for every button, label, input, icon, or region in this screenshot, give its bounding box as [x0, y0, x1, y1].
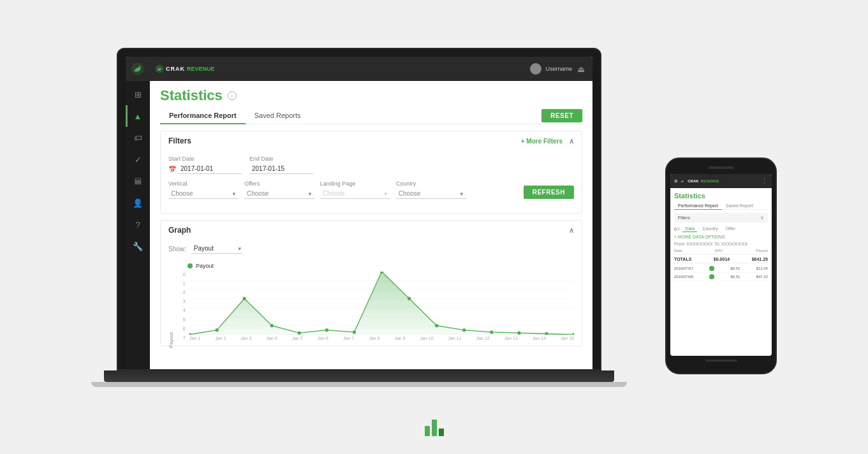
country-group: Country Choose ▼ [396, 180, 464, 199]
x-label-4: Jan 4 [267, 336, 277, 340]
x-label-12: Jan 12 [476, 336, 490, 340]
tab-saved-reports[interactable]: Saved Reports [246, 108, 310, 124]
phone-by-tab-data[interactable]: Data [682, 226, 697, 232]
phone-row2-payout: $47.10 [756, 275, 768, 279]
y-axis-label: Payout [168, 332, 174, 348]
svg-point-19 [408, 297, 411, 300]
question-icon: ? [135, 220, 140, 230]
brand-logo [155, 64, 164, 73]
phone-row1-epc: $0.51 [730, 267, 740, 270]
page-header: Statistics i [160, 87, 582, 104]
phone-row1-payout: $11.04 [756, 267, 768, 270]
vertical-select[interactable]: Choose [168, 189, 239, 199]
laptop: ⊞ ▲ 🏷 ✓ 🏛 [91, 48, 627, 387]
info-icon[interactable]: i [228, 91, 237, 100]
tab-performance-report[interactable]: Performance Report [160, 108, 246, 124]
phone-filters-row[interactable]: Filters ∨ [674, 213, 768, 223]
y-label-4: 4 [177, 307, 186, 313]
sidebar-item-conversions[interactable]: ✓ [126, 149, 150, 170]
phone-totals-payout: $641.29 [752, 257, 768, 261]
phone-brand-revenue: REVENUE [701, 179, 719, 183]
phone-filters-label: Filters [678, 216, 690, 220]
filters-chevron-icon[interactable]: ∧ [569, 137, 574, 145]
country-select[interactable]: Choose [396, 189, 466, 199]
end-date-group: End Date [249, 156, 313, 174]
topbar: CRAKREVENUE Username ⏏ [150, 57, 592, 81]
end-date-input[interactable] [249, 164, 313, 174]
x-label-13: Jan 13 [504, 336, 518, 340]
phone-speaker [709, 166, 734, 169]
offers-select[interactable]: Choose [244, 189, 314, 199]
phone-more-options[interactable]: + MORE DATA OPTIONS [674, 235, 768, 239]
phone-col-payout: Payout [756, 249, 768, 253]
x-label-14: Jan 14 [533, 336, 546, 340]
sidebar-item-profile[interactable]: 👤 [126, 192, 150, 214]
phone-col-date: Date [674, 249, 682, 253]
phone-topbar-left: ≡ CRAKREVENUE [674, 178, 719, 184]
y-label-1: 1 [177, 281, 186, 286]
dropdown-filter-row: Vertical Choose ▼ [168, 180, 574, 199]
show-select[interactable]: Payout [191, 244, 242, 254]
phone-brand-logo [679, 178, 686, 184]
phone-by-tab-country[interactable]: Country [700, 226, 721, 232]
grid-icon: ⊞ [135, 90, 142, 99]
phone-row1-dot [709, 266, 714, 271]
brand-revenue: REVENUE [187, 66, 215, 72]
legend-dot [188, 263, 193, 268]
phone-content: Statistics Performance Report Saved Repo… [670, 188, 772, 356]
x-label-10: Jan 10 [420, 336, 434, 340]
svg-point-11 [189, 333, 191, 335]
phone-screen: ≡ CRAKREVENUE ⋮ Statistics Performance R… [670, 174, 772, 356]
graph-chevron-icon[interactable]: ∧ [569, 226, 574, 235]
sidebar-item-offers[interactable]: 🏷 [126, 127, 150, 149]
sidebar-item-payments[interactable]: 🏛 [126, 170, 150, 192]
phone-hamburger-icon[interactable]: ≡ [674, 178, 677, 184]
chart-svg [189, 272, 574, 335]
country-label: Country [396, 180, 464, 187]
svg-point-12 [215, 328, 218, 332]
refresh-button[interactable]: REFRESH [524, 186, 574, 199]
logout-icon[interactable]: ⏏ [577, 64, 585, 74]
sidebar-logo [126, 57, 150, 81]
offers-label: Offers [244, 180, 313, 187]
brand-area: CRAKREVENUE [155, 64, 215, 73]
graph-header: Graph ∧ [161, 221, 582, 240]
y-label-5: 5 [177, 317, 186, 323]
phone-tab-performance[interactable]: Performance Report [674, 202, 722, 210]
phone-totals-label: TOTALS [674, 257, 691, 261]
phone-dots-icon[interactable]: ⋮ [761, 177, 768, 186]
phone-by-tab-offer[interactable]: Offer [723, 226, 738, 232]
graph-section: Graph ∧ Show: Payout [160, 220, 582, 346]
phone-brand-crak: CRAK [688, 179, 698, 183]
x-label-2: Jan 2 [215, 336, 226, 340]
svg-point-1 [139, 66, 141, 68]
phone-table-totals: TOTALS $0.0014 $641.29 [674, 256, 768, 263]
phone-table-row-2: 2016/07/08 $0.51 $47.10 [674, 273, 768, 281]
landing-page-select[interactable]: Choose [320, 189, 390, 199]
y-label-6: 6 [177, 326, 186, 332]
laptop-screen: ⊞ ▲ 🏷 ✓ 🏛 [126, 57, 592, 369]
svg-point-20 [435, 324, 438, 327]
app-layout: ⊞ ▲ 🏷 ✓ 🏛 [126, 57, 592, 369]
sidebar-item-help[interactable]: ? [126, 214, 150, 235]
start-date-label: Start Date [168, 156, 242, 162]
chart-legend: Payout [168, 263, 574, 269]
start-date-input[interactable] [178, 164, 242, 174]
x-label-3: Jan 3 [240, 336, 251, 340]
phone-tabs: Performance Report Saved Report [674, 202, 768, 210]
brand-crak: CRAK [166, 66, 185, 72]
sidebar-item-tools[interactable]: 🔧 [126, 235, 150, 257]
svg-point-25 [572, 333, 574, 335]
svg-point-17 [353, 330, 356, 333]
phone-by-row: BY Data Country Offer [674, 226, 768, 232]
tag-icon: 🏷 [134, 133, 142, 143]
end-date-label: End Date [249, 156, 313, 162]
bottom-bars-icon [425, 420, 444, 436]
phone-tab-saved[interactable]: Saved Report [722, 202, 757, 210]
sidebar-item-dashboard[interactable]: ⊞ [126, 84, 150, 105]
reset-button[interactable]: RESET [541, 109, 582, 122]
vertical-group: Vertical Choose ▼ [168, 180, 237, 199]
sidebar-item-statistics[interactable]: ▲ [126, 105, 150, 127]
more-filters-link[interactable]: + More Filters [521, 138, 563, 145]
phone-to-label: To [715, 242, 719, 246]
